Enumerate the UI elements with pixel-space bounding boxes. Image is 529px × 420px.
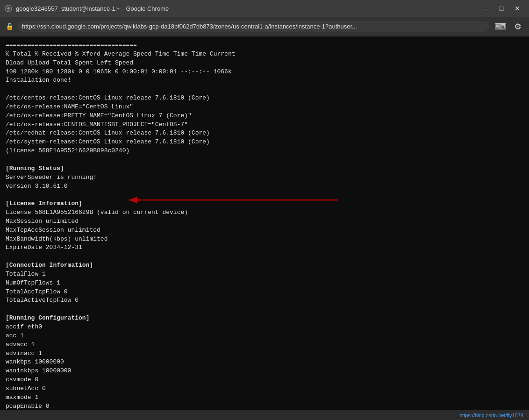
num-tcp-flows: NumOfTcpFlows 1 [6, 279, 60, 286]
acc: acc 1 [6, 332, 24, 339]
advacc: advacc 1 [6, 341, 35, 348]
total-active-tcp-flow: TotalActiveTcpFlow 0 [6, 297, 79, 304]
maxmode: maxmode 1 [6, 394, 38, 401]
terminal-output: ==================================== % T… [6, 41, 523, 410]
chrome-icon [5, 5, 12, 12]
os-release-centos: /etc/os-release:CENTOS_MANTISBT_PROJECT=… [6, 121, 188, 128]
accif: accif eth0 [6, 323, 42, 330]
centos-release: /etc/centos-release:CentOS Linux release… [6, 94, 210, 101]
server-speeder-running: ServerSpeeder is running! [6, 174, 97, 181]
separator-line: ==================================== [6, 42, 137, 49]
waninkbps: waninkbps 10000000 [6, 367, 71, 374]
minimize-button[interactable]: – [479, 3, 493, 14]
running-status-header: [Running Status] [6, 165, 64, 172]
settings-button[interactable]: ⚙ [512, 20, 523, 34]
max-session: MaxSession unlimited [6, 218, 79, 225]
keyboard-button[interactable]: ⌨ [493, 20, 508, 34]
toolbar-right: ⌨ ⚙ [493, 20, 523, 34]
curl-header2: Dload Upload Total Spent Left Speed [6, 59, 133, 66]
maximize-button[interactable]: □ [494, 3, 508, 14]
curl-header: % Total % Received % Xferd Average Speed… [6, 50, 235, 57]
window-controls: – □ ✕ [479, 3, 524, 14]
version-line: version 3.10.61.0 [6, 183, 68, 190]
svg-point-1 [7, 7, 10, 10]
install-done: Installation done! [6, 77, 71, 84]
total-flow: TotalFlow 1 [6, 271, 46, 278]
license-value: License 568E1A955216629B (valid on curre… [6, 209, 188, 216]
license-info-header: [License Information] [6, 200, 82, 207]
chrome-window: google3246557_student@instance-1:~ - Goo… [0, 0, 529, 420]
license-hash: (license 568E1A955216629B898c0240) [6, 147, 129, 154]
csvmode: csvmode 0 [6, 376, 38, 383]
window-title: google3246557_student@instance-1:~ - Goo… [16, 5, 479, 12]
close-button[interactable]: ✕ [510, 3, 524, 14]
total-acc-tcp-flow: TotalAccTcpFlow 0 [6, 288, 68, 295]
terminal[interactable]: ==================================== % T… [0, 36, 529, 410]
address-bar: 🔒 https://ssh.cloud.google.com/projects/… [0, 17, 529, 36]
subnet-acc: subnetAcc 0 [6, 385, 46, 392]
wankbps: wankbps 10000000 [6, 358, 64, 365]
max-tcp-acc-session: MaxTcpAccSession unlimited [6, 227, 100, 234]
keyboard-icon: ⌨ [494, 21, 507, 32]
url-display[interactable]: https://ssh.cloud.google.com/projects/qw… [17, 21, 489, 32]
os-release-pretty: /etc/os-release:PRETTY_NAME="CentOS Linu… [6, 112, 192, 119]
advinacc: advinacc 1 [6, 350, 42, 357]
settings-icon: ⚙ [514, 21, 522, 32]
status-bar: https://blog.csdn.net/fly1574 [0, 410, 529, 420]
connection-info-header: [Connection Information] [6, 262, 93, 269]
running-config-header: [Running Configuration] [6, 314, 89, 321]
max-bandwidth: MaxBandwidth(kbps) unlimited [6, 235, 107, 242]
system-release: /etc/system-release:CentOS Linux release… [6, 138, 210, 145]
status-link[interactable]: https://blog.csdn.net/fly1574 [459, 413, 523, 418]
expire-date: ExpireDate 2034-12-31 [6, 244, 82, 251]
curl-progress: 100 1280k 100 1280k 0 0 1065k 0 0:00:01 … [6, 68, 232, 75]
title-bar: google3246557_student@instance-1:~ - Goo… [0, 0, 529, 17]
os-release-name: /etc/os-release:NAME="CentOS Linux" [6, 103, 133, 110]
lock-icon: 🔒 [6, 22, 14, 30]
redhat-release: /etc/redhat-release:CentOS Linux release… [6, 129, 210, 136]
pcap-enable: pcapEnable 0 [6, 403, 50, 410]
